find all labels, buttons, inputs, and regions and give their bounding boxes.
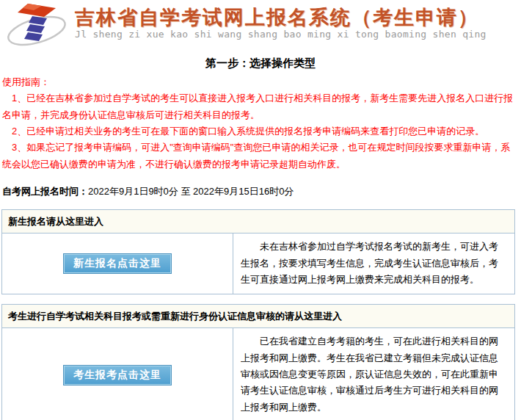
candidate-exam-apply-button[interactable]: 考生报考点击这里 [63, 365, 172, 385]
exam-apply-section: 考生进行自学考试相关科目报考或需重新进行身份认证信息审核的请从这里进入 考生报考… [1, 304, 515, 420]
guide-item-2: 2、已经申请过相关业务的考生可在最下面的窗口输入系统提供的报名报考申请编码来查看… [2, 123, 517, 140]
exam-apply-description: 已在我省建立自考考籍的考生，可在此进行相关科目的网上报考和网上缴费。考生在我省已… [241, 333, 506, 416]
new-student-button-cell: 新生报名点击这里 [2, 233, 233, 294]
usage-guide-heading: 使用指南： [2, 74, 517, 90]
registration-time-line: 自考网上报名时间：2022年9月1日9时0分 至 2022年9月15日16时0分 [2, 185, 519, 198]
usage-guide: 使用指南： 1、已经在吉林省参加过自学考试的考生可以直接进入报考入口进行相关科目… [0, 74, 521, 173]
app-header: 吉林省自学考试网上报名系统（考生申请） Jl sheng zi xue kao … [0, 0, 521, 51]
registration-time-label: 自考网上报名时间： [2, 186, 88, 197]
guide-item-3: 3、如果忘记了报考申请编码，可进入"查询申请编码"查询您已申请的相关记录，也可在… [2, 140, 517, 173]
site-title: 吉林省自学考试网上报名系统（考生申请） [75, 6, 487, 29]
new-student-description: 未在吉林省参加过自学考试报名考试的新考生，可进入考生报名，按要求填写考生信息，完… [241, 239, 506, 288]
guide-item-1: 1、已经在吉林省参加过自学考试的考生可以直接进入报考入口进行相关科目的报考，新考… [2, 90, 517, 123]
jilin-selfexam-logo-icon [6, 2, 75, 49]
step-title: 第一步：选择操作类型 [0, 57, 521, 70]
new-student-desc-cell: 未在吉林省参加过自学考试报名考试的新考生，可进入考生报名，按要求填写考生信息，完… [233, 233, 514, 294]
new-student-register-button[interactable]: 新生报名点击这里 [63, 253, 172, 274]
new-student-section-header: 新生报名请从这里进入 [2, 210, 514, 233]
exam-apply-button-cell: 考生报考点击这里 [2, 328, 233, 420]
registration-time-value: 2022年9月1日9时0分 至 2022年9月15日16时0分 [88, 186, 294, 197]
site-title-block: 吉林省自学考试网上报名系统（考生申请） Jl sheng zi xue kao … [75, 2, 487, 40]
new-student-section: 新生报名请从这里进入 新生报名点击这里 未在吉林省参加过自学考试报名考试的新考生… [1, 209, 515, 294]
site-title-pinyin: Jl sheng zi xue kao shi wang shang bao m… [75, 29, 487, 40]
exam-apply-section-header: 考生进行自学考试相关科目报考或需重新进行身份认证信息审核的请从这里进入 [2, 305, 514, 328]
exam-apply-desc-cell: 已在我省建立自考考籍的考生，可在此进行相关科目的网上报考和网上缴费。考生在我省已… [233, 328, 514, 420]
